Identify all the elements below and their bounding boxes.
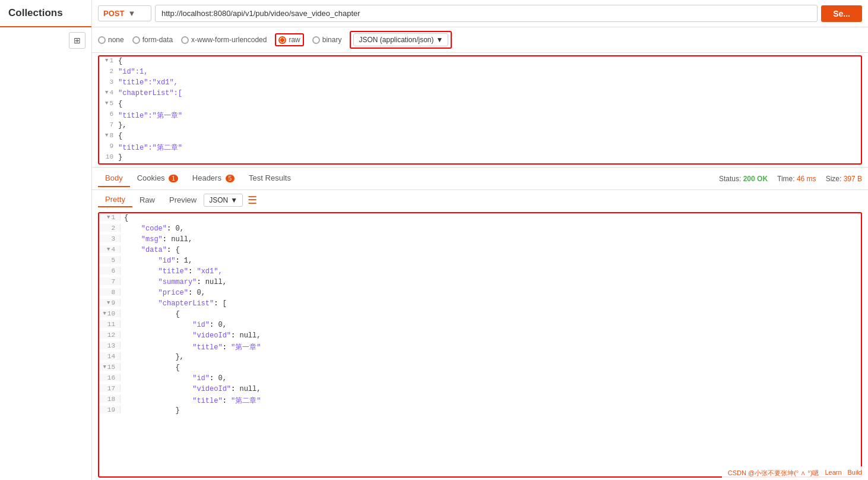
tab-cookies[interactable]: Cookies 1 (130, 170, 185, 187)
response-line-18: ▼18 "title": "第二章" (99, 395, 861, 406)
cookies-badge: 1 (169, 175, 178, 182)
new-collection-button[interactable]: ⊞ (69, 32, 85, 49)
radio-x-www[interactable]: x-www-form-urlencoded (181, 36, 267, 44)
response-format-row: Pretty Raw Preview JSON ▼ ☰ (92, 190, 868, 210)
status-value: 200 OK (743, 175, 768, 183)
request-code-editor[interactable]: ▼1 { ▼2 "id":1, ▼3 "title":"xd1", ▼4 "ch… (98, 55, 862, 165)
request-line-5: ▼5 { (99, 99, 861, 110)
response-line-12: ▼12 "videoId": null, (99, 331, 861, 342)
radio-raw[interactable]: raw (278, 36, 300, 44)
size-value: 397 B (844, 175, 862, 183)
radio-binary[interactable]: binary (312, 36, 342, 44)
json-type-highlight: JSON (application/json) ▼ (350, 31, 452, 49)
response-line-9: ▼9 "chapterList": [ (99, 299, 861, 310)
response-code-editor[interactable]: ▼1 { ▼2 "code": 0, ▼3 "msg": null, ▼4 "d… (98, 212, 862, 478)
radio-none-dot (98, 36, 106, 44)
request-line-2: ▼2 "id":1, (99, 67, 861, 78)
raw-option-highlight: raw (275, 33, 303, 46)
fmt-raw[interactable]: Raw (132, 193, 162, 207)
size-label: Size: 397 B (826, 175, 862, 183)
main-panel: POST ▼ Se... none form-data x-www-form-u… (92, 0, 868, 480)
url-input[interactable] (155, 5, 818, 22)
format-select[interactable]: JSON ▼ (204, 194, 243, 207)
fmt-preview[interactable]: Preview (162, 193, 204, 207)
response-line-16: ▼16 "id": 0, (99, 374, 861, 384)
response-line-6: ▼6 "title": "xd1", (99, 267, 861, 277)
new-collection-icon: ⊞ (74, 36, 81, 45)
radio-none[interactable]: none (98, 36, 124, 44)
response-line-14: ▼14 }, (99, 352, 861, 363)
response-line-7: ▼7 "summary": null, (99, 277, 861, 288)
request-line-8: ▼8 { (99, 131, 861, 142)
radio-x-www-dot (181, 36, 189, 44)
response-line-5: ▼5 "id": 1, (99, 256, 861, 267)
request-line-10: ▼10 } (99, 153, 861, 163)
radio-raw-dot (278, 36, 286, 44)
radio-binary-dot (312, 36, 320, 44)
response-line-15: ▼15 { (99, 363, 861, 374)
sidebar-icon-row: ⊞ (0, 27, 91, 53)
headers-badge: 5 (226, 175, 235, 182)
response-line-4: ▼4 "data": { (99, 245, 861, 256)
radio-form-data-dot (132, 36, 140, 44)
response-status: Status: 200 OK Time: 46 ms Size: 397 B (719, 175, 862, 183)
response-line-8: ▼8 "price": 0, (99, 288, 861, 299)
response-line-13: ▼13 "title": "第一章" (99, 342, 861, 352)
response-tabs-row: Body Cookies 1 Headers 5 Test Results St… (92, 167, 868, 190)
status-label: Status: 200 OK (719, 175, 768, 183)
response-line-3: ▼3 "msg": null, (99, 235, 861, 245)
content-type-dropdown-icon: ▼ (436, 36, 443, 44)
request-line-6: ▼6 "title":"第一章" (99, 110, 861, 121)
tab-headers[interactable]: Headers 5 (185, 170, 242, 187)
time-label: Time: 46 ms (777, 175, 816, 183)
request-line-7: ▼7 }, (99, 121, 861, 131)
method-dropdown-icon: ▼ (128, 9, 135, 18)
fmt-pretty[interactable]: Pretty (98, 192, 132, 207)
response-line-17: ▼17 "videoId": null, (99, 384, 861, 395)
response-line-19: ▼19 } (99, 406, 861, 416)
method-select[interactable]: POST ▼ (98, 5, 151, 21)
sidebar: Collections ⊞ (0, 0, 92, 480)
send-button[interactable]: Se... (821, 5, 862, 22)
request-bar: POST ▼ Se... (92, 0, 868, 27)
tab-body[interactable]: Body (98, 170, 130, 187)
content-type-select[interactable]: JSON (application/json) ▼ (353, 33, 448, 46)
sidebar-title: Collections (0, 0, 91, 27)
response-line-2: ▼2 "code": 0, (99, 224, 861, 235)
bottom-watermark: CSDN @小张不要张坤(° ∧ °)嗯 Learn Build (722, 466, 868, 480)
time-value: 46 ms (797, 175, 816, 183)
request-line-3: ▼3 "title":"xd1", (99, 78, 861, 89)
response-line-1: ▼1 { (99, 213, 861, 224)
method-label: POST (103, 9, 124, 18)
tab-test-results[interactable]: Test Results (242, 170, 298, 187)
request-line-4: ▼4 "chapterList":[ (99, 89, 861, 99)
request-line-1: ▼1 { (99, 56, 861, 67)
response-line-10: ▼10 { (99, 310, 861, 320)
radio-form-data[interactable]: form-data (132, 36, 173, 44)
response-line-11: ▼11 "id": 0, (99, 320, 861, 331)
wrap-icon[interactable]: ☰ (248, 194, 257, 207)
body-type-row: none form-data x-www-form-urlencoded raw… (92, 27, 868, 53)
format-dropdown-icon: ▼ (230, 196, 237, 204)
request-line-9: ▼9 "title":"第二章" (99, 142, 861, 153)
